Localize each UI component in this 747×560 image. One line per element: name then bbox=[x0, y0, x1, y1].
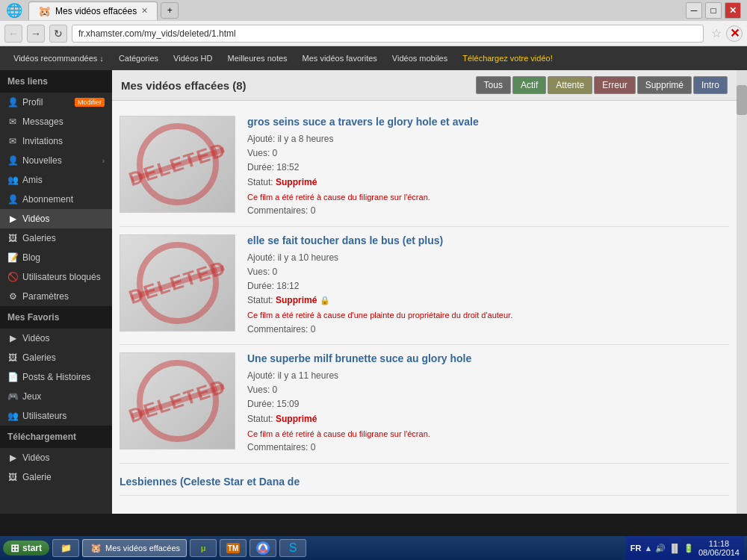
sidebar-videos-label: Vidéos bbox=[22, 214, 49, 224]
nouvelles-icon: 👤 bbox=[7, 155, 18, 166]
refresh-btn[interactable]: ↻ bbox=[49, 25, 67, 43]
tab-bar: 🐹 Mes vidéos effacées ✕ + bbox=[28, 0, 674, 21]
nav-top-rated[interactable]: Meilleures notes bbox=[221, 51, 293, 66]
taskbar-utorrent-btn[interactable]: μ bbox=[190, 539, 217, 557]
maximize-btn[interactable]: □ bbox=[705, 2, 722, 19]
taskbar-browser-btn[interactable]: 🐹 Mes vidéos effacées bbox=[82, 539, 187, 557]
active-tab[interactable]: 🐹 Mes vidéos effacées ✕ bbox=[28, 1, 158, 20]
video-thumbnail-2[interactable]: DELETED bbox=[120, 234, 235, 332]
copyright-icon: 🔒 bbox=[320, 296, 330, 305]
sidebar-item-fav-posts[interactable]: 📄 Posts & Histoires bbox=[0, 367, 112, 387]
video-list: DELETED gros seins suce a travers le glo… bbox=[112, 101, 737, 503]
bookmark-star-icon[interactable]: ☆ bbox=[711, 26, 722, 40]
scrollbar-thumb[interactable] bbox=[737, 85, 747, 115]
sidebar-blocked-label: Utilisateurs bloqués bbox=[22, 272, 101, 282]
video-info-4: Lesbiennes (Celeste Star et Dana de bbox=[120, 471, 729, 492]
sidebar-item-fav-users[interactable]: 👥 Utilisateurs bbox=[0, 406, 112, 426]
new-tab-btn[interactable]: + bbox=[161, 2, 179, 19]
sidebar-item-dl-galerie[interactable]: 🖼 Galerie bbox=[0, 467, 112, 487]
sidebar-item-abonnement[interactable]: 👤 Abonnement bbox=[0, 190, 112, 209]
speaker-icon[interactable]: 🔊 bbox=[655, 544, 666, 553]
sidebar-item-parametres[interactable]: ⚙ Paramètres bbox=[0, 287, 112, 306]
statut-label-1: Statut: bbox=[247, 177, 273, 187]
scrollbar[interactable] bbox=[737, 70, 747, 514]
sidebar-fav-videos-label: Vidéos bbox=[22, 333, 49, 343]
filter-supprime-btn[interactable]: Supprimé bbox=[637, 76, 692, 94]
sidebar-item-messages[interactable]: ✉ Messages bbox=[0, 112, 112, 131]
taskbar: ⊞ start 📁 🐹 Mes vidéos effacées μ TM S F… bbox=[0, 536, 747, 560]
address-bar[interactable]: fr.xhamster.com/my_vids/deleted/1.html bbox=[72, 25, 704, 43]
statut-label-3: Statut: bbox=[247, 414, 273, 424]
filter-intro-btn[interactable]: Intro bbox=[693, 76, 728, 94]
video-vues-1: Vues: 0 bbox=[247, 146, 729, 161]
system-clock: 11:18 08/06/2014 bbox=[698, 539, 740, 557]
content-header: Mes vidéos effacées (8) Tous Actif Atten… bbox=[112, 70, 737, 101]
sidebar-profil-label: Profil bbox=[22, 97, 43, 108]
filter-tous-btn[interactable]: Tous bbox=[476, 76, 511, 94]
filter-erreur-btn[interactable]: Erreur bbox=[594, 76, 635, 94]
table-row: Lesbiennes (Celeste Star et Dana de bbox=[120, 464, 729, 496]
start-button[interactable]: ⊞ start bbox=[3, 541, 49, 556]
sidebar-dl-videos-label: Vidéos bbox=[22, 452, 49, 463]
taskbar-chrome-btn[interactable] bbox=[249, 539, 276, 557]
minimize-btn[interactable]: ─ bbox=[686, 2, 702, 19]
nav-categories[interactable]: Catégories bbox=[113, 51, 164, 66]
sidebar-fav-users-label: Utilisateurs bbox=[22, 411, 66, 421]
video-reason-3: Ce film a été retiré à cause du filigran… bbox=[247, 428, 729, 441]
dl-videos-icon: ▶ bbox=[7, 452, 18, 463]
table-row: DELETED elle se fait toucher dans le bus… bbox=[120, 227, 729, 346]
signal-icon: ▐▌ bbox=[669, 544, 681, 553]
user-icon: 👤 bbox=[7, 97, 18, 108]
battery-icon: 🔋 bbox=[684, 544, 694, 553]
video-duree-2: Durée: 18:12 bbox=[247, 279, 729, 293]
nav-hd[interactable]: Vidéos HD bbox=[167, 51, 218, 66]
filter-attente-btn[interactable]: Attente bbox=[548, 76, 592, 94]
statut-value-3: Supprimé bbox=[276, 414, 317, 424]
video-thumbnail-3[interactable]: DELETED bbox=[120, 352, 235, 449]
video-statut-2: Statut: Supprimé 🔒 bbox=[247, 293, 729, 308]
fav-jeux-icon: 🎮 bbox=[7, 391, 18, 402]
sidebar-item-nouvelles[interactable]: 👤 Nouvelles › bbox=[0, 151, 112, 170]
sidebar: Mes liens 👤 Profil Modifier ✉ Messages ✉… bbox=[0, 70, 112, 514]
tab-close-btn[interactable]: ✕ bbox=[141, 6, 148, 16]
up-arrow-icon[interactable]: ▲ bbox=[644, 544, 652, 553]
video-title-4[interactable]: Lesbiennes (Celeste Star et Dana de bbox=[120, 476, 729, 488]
sidebar-item-blog[interactable]: 📝 Blog bbox=[0, 248, 112, 267]
back-btn[interactable]: ← bbox=[4, 25, 22, 43]
content-area: Mes vidéos effacées (8) Tous Actif Atten… bbox=[112, 70, 737, 514]
video-title-3[interactable]: Une superbe milf brunette suce au glory … bbox=[247, 352, 729, 364]
svg-point-2 bbox=[261, 546, 265, 550]
sidebar-abonnement-label: Abonnement bbox=[22, 194, 73, 205]
fav-videos-icon: ▶ bbox=[7, 333, 18, 343]
sidebar-messages-label: Messages bbox=[22, 116, 63, 127]
video-title-2[interactable]: elle se fait toucher dans le bus (et plu… bbox=[247, 234, 729, 246]
sidebar-item-fav-jeux[interactable]: 🎮 Jeux bbox=[0, 387, 112, 406]
taskbar-skype-btn[interactable]: S bbox=[279, 539, 306, 557]
nav-upload[interactable]: Téléchargez votre vidéo! bbox=[456, 51, 558, 66]
sidebar-item-profil[interactable]: 👤 Profil Modifier bbox=[0, 93, 112, 112]
video-thumbnail[interactable]: DELETED bbox=[120, 116, 235, 213]
forward-btn[interactable]: → bbox=[27, 25, 45, 43]
filter-actif-btn[interactable]: Actif bbox=[512, 76, 546, 94]
tray-icons: FR ▲ 🔊 ▐▌ 🔋 bbox=[630, 544, 694, 553]
sidebar-galeries-label: Galeries bbox=[22, 233, 56, 243]
close-btn[interactable]: ✕ bbox=[725, 2, 741, 19]
sidebar-item-galeries[interactable]: 🖼 Galeries bbox=[0, 228, 112, 248]
sidebar-item-dl-videos[interactable]: ▶ Vidéos bbox=[0, 448, 112, 467]
sidebar-item-fav-galeries[interactable]: 🖼 Galeries bbox=[0, 348, 112, 367]
nav-mobile[interactable]: Vidéos mobiles bbox=[386, 51, 453, 66]
sidebar-item-fav-videos[interactable]: ▶ Vidéos bbox=[0, 329, 112, 348]
sidebar-invitations-label: Invitations bbox=[22, 136, 63, 146]
taskbar-browser-label: Mes vidéos effacées bbox=[105, 544, 180, 553]
sidebar-item-amis[interactable]: 👥 Amis bbox=[0, 170, 112, 190]
nav-favorites[interactable]: Mes vidéos favorites bbox=[297, 51, 383, 66]
sidebar-item-blocked[interactable]: 🚫 Utilisateurs bloqués bbox=[0, 267, 112, 287]
taskbar-explorer-btn[interactable]: 📁 bbox=[52, 539, 79, 557]
site-nav: Vidéos recommandées ↓ Catégories Vidéos … bbox=[0, 46, 747, 70]
sidebar-item-videos[interactable]: ▶ Vidéos bbox=[0, 209, 112, 228]
videos-icon: ▶ bbox=[7, 214, 18, 224]
taskbar-tm-btn[interactable]: TM bbox=[220, 539, 247, 557]
nav-recommended[interactable]: Vidéos recommandées ↓ bbox=[7, 51, 110, 66]
video-title-1[interactable]: gros seins suce a travers le glory hole … bbox=[247, 116, 729, 128]
sidebar-item-invitations[interactable]: ✉ Invitations bbox=[0, 131, 112, 151]
